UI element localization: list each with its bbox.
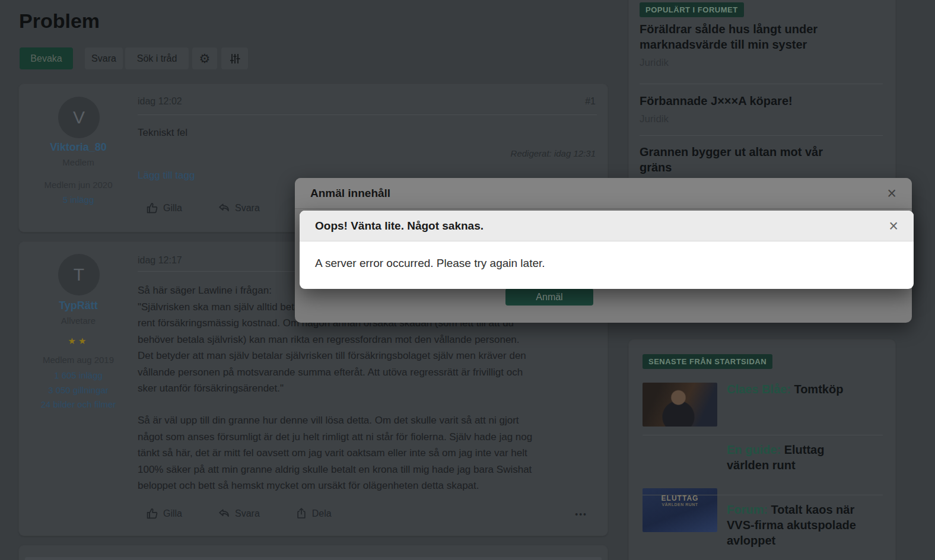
sidebar-divider [640, 135, 883, 136]
reply-arrow-icon [218, 202, 230, 214]
latest-item-title: Tomtköp [791, 383, 844, 396]
error-modal-title: Oops! Vänta lite. Något saknas. [315, 219, 484, 233]
like-label: Gilla [163, 203, 182, 214]
post-paragraph: Så är väl upp till din granne hur denne … [138, 412, 609, 494]
like-label: Gilla [163, 508, 182, 519]
member-since: Medlem aug 2019 [19, 355, 138, 365]
like-button[interactable]: Gilla [146, 202, 182, 214]
share-button[interactable]: Dela [295, 507, 332, 520]
latest-item-prefix: Claes Blåe: [727, 383, 791, 396]
avatar[interactable]: T [58, 254, 100, 295]
error-modal-message: A server error occurred. Please try agai… [300, 241, 914, 285]
avatar[interactable]: V [58, 97, 100, 138]
page-title: Problem [19, 9, 100, 33]
post-body: Tekniskt fel [138, 125, 600, 141]
report-submit-button[interactable]: Anmäl [505, 288, 593, 306]
popular-item-link[interactable]: Grannen bygger ut altan mot vår gräns [640, 144, 852, 175]
article-thumbnail-portrait[interactable] [643, 383, 717, 427]
popular-heading-badge: POPULÄRT I FORUMET [640, 2, 744, 17]
popular-item-category: Juridik [640, 57, 669, 69]
post-more-menu-button[interactable]: ••• [575, 510, 587, 519]
post-timestamp[interactable]: idag 12:02 [138, 96, 182, 107]
gear-icon: ⚙ [199, 52, 211, 66]
latest-item-link[interactable]: Forum: Totalt kaos när VVS-firma akutspo… [727, 502, 878, 548]
post-header-divider [138, 114, 597, 115]
thumbnail-caption: ELUTTAG [662, 494, 699, 502]
avatar-initial: T [74, 265, 84, 285]
reply-label: Svara [235, 508, 260, 519]
post-actions: Gilla Svara Dela [146, 507, 332, 520]
avatar-initial: V [73, 107, 85, 128]
sidebar-divider [643, 495, 883, 495]
thumbnail-caption: VÄRLDEN RUNT [662, 502, 698, 507]
member-since: Medlem jun 2020 [19, 180, 138, 190]
sidebar-divider [643, 435, 883, 435]
author-role: Medlem [19, 157, 138, 167]
search-thread-button[interactable]: Sök i tråd [125, 47, 189, 69]
close-icon[interactable]: × [889, 220, 898, 232]
author-role: Allvetare [19, 316, 138, 326]
quick-reply-strip [25, 557, 602, 560]
star-rating: ★★ [19, 336, 138, 346]
author-media-link[interactable]: 24 bilder och filmer [19, 399, 138, 409]
author-likes-link[interactable]: 3 050 gillningar [19, 385, 138, 395]
forum-thread-page: Problem Bevaka Svara Sök i tråd ⚙ V Vikt… [0, 0, 935, 560]
sliders-icon [230, 53, 240, 64]
latest-item-prefix: Forum: [727, 503, 768, 516]
post-timestamp[interactable]: idag 12:17 [138, 255, 182, 266]
popular-item-link[interactable]: Föräldrar sålde hus långt under marknads… [640, 21, 852, 52]
share-label: Dela [312, 508, 332, 519]
close-icon[interactable]: × [887, 187, 896, 199]
next-post-card-stub [19, 546, 608, 560]
reply-thread-button[interactable]: Svara [85, 47, 123, 69]
share-icon [295, 507, 307, 520]
thread-filter-button[interactable] [221, 47, 248, 69]
watch-thread-button[interactable]: Bevaka [20, 47, 73, 69]
popular-item-category: Juridik [640, 113, 669, 125]
reply-arrow-icon [218, 507, 230, 520]
author-post-count-link[interactable]: 1 605 inlägg [19, 370, 138, 380]
latest-item-link[interactable]: En guide: Eluttag världen runt [727, 442, 869, 473]
report-modal-header: Anmäl innehåll × [295, 178, 912, 209]
error-modal-header: Oops! Vänta lite. Något saknas. × [300, 211, 914, 241]
latest-heading-badge: SENASTE FRÅN STARTSIDAN [643, 354, 772, 369]
report-modal-title: Anmäl innehåll [310, 187, 390, 200]
latest-item-prefix: En guide: [727, 443, 781, 456]
like-button[interactable]: Gilla [146, 507, 182, 520]
latest-item-link[interactable]: Claes Blåe: Tomtköp [727, 381, 884, 397]
sidebar-latest-card: SENASTE FRÅN STARTSIDAN Claes Blåe: Tomt… [629, 340, 895, 560]
popular-item-link[interactable]: Förbannade J×××A köpare! [640, 93, 877, 109]
reply-button[interactable]: Svara [218, 507, 260, 520]
reply-button[interactable]: Svara [218, 202, 260, 214]
sidebar-divider [640, 84, 883, 84]
server-error-modal: Oops! Vänta lite. Något saknas. × A serv… [300, 211, 914, 289]
reply-label: Svara [235, 203, 260, 214]
post-author-link[interactable]: TypRätt [19, 300, 138, 312]
add-tag-link[interactable]: Lägg till tagg [138, 170, 195, 182]
thumbs-up-icon [146, 202, 158, 214]
thread-settings-button[interactable]: ⚙ [192, 47, 217, 69]
thumbs-up-icon [146, 507, 158, 520]
post-edited-note: Redigerat: idag 12:31 [511, 148, 596, 158]
post-number-link[interactable]: #1 [585, 96, 596, 107]
author-post-count-link[interactable]: 5 inlägg [19, 195, 138, 205]
post-author-link[interactable]: Viktoria_80 [19, 141, 138, 154]
